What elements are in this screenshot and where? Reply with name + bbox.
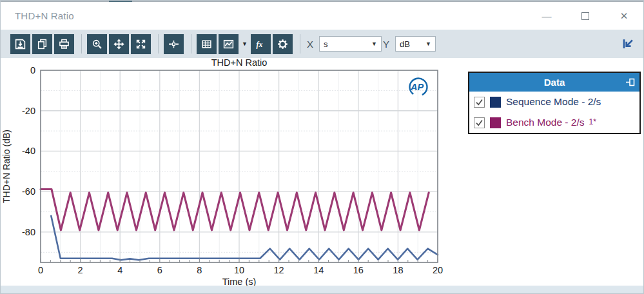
svg-text:12: 12 xyxy=(274,265,284,275)
legend-row-bench: Bench Mode - 2/s 1* xyxy=(469,112,639,133)
y-axis-label: Y xyxy=(383,39,389,50)
svg-text:6: 6 xyxy=(157,265,162,275)
legend-suffix: 1* xyxy=(589,117,596,126)
save-icon xyxy=(15,39,26,50)
bench-checkbox[interactable] xyxy=(474,117,485,128)
chevron-down-icon: ▼ xyxy=(425,41,431,47)
cursor-button[interactable] xyxy=(164,34,184,54)
copy-button[interactable] xyxy=(32,34,52,54)
toolbar-separator xyxy=(191,34,191,54)
fit-icon xyxy=(135,39,146,50)
graph-display-icon xyxy=(223,39,234,50)
legend-label[interactable]: Bench Mode - 2/s xyxy=(506,117,584,128)
pan-button[interactable] xyxy=(109,34,129,54)
chevron-down-icon: ▼ xyxy=(371,41,377,47)
maximize-icon xyxy=(581,12,589,20)
pan-icon xyxy=(113,39,124,50)
svg-text:-20: -20 xyxy=(22,106,35,116)
dock-button[interactable] xyxy=(621,37,634,50)
svg-text:AP: AP xyxy=(410,82,424,92)
toolbar-separator xyxy=(158,34,159,54)
sequence-color-swatch xyxy=(490,97,501,108)
copy-icon xyxy=(37,39,48,50)
plot-panel: 024681012141618200-20-40-60-80THD+N Rati… xyxy=(1,58,643,293)
svg-text:2: 2 xyxy=(78,265,83,275)
save-button[interactable] xyxy=(10,34,30,54)
function-icon: fx xyxy=(255,39,266,50)
checkmark-icon xyxy=(475,98,483,106)
svg-text:-40: -40 xyxy=(22,146,35,156)
x-axis-label: X xyxy=(307,39,313,50)
zoom-in-icon xyxy=(92,39,102,50)
sequence-checkbox[interactable] xyxy=(474,97,485,108)
bottom-strip xyxy=(1,286,643,293)
settings-button[interactable] xyxy=(273,34,293,54)
svg-text:fx: fx xyxy=(257,40,263,48)
window-title: THD+N Ratio xyxy=(15,10,74,21)
checkmark-icon xyxy=(475,119,483,127)
svg-text:20: 20 xyxy=(433,265,443,275)
minimize-button[interactable]: — xyxy=(527,2,566,30)
chart-plot[interactable]: 024681012141618200-20-40-60-80THD+N Rati… xyxy=(1,58,460,289)
cursor-crosshair-icon xyxy=(168,39,179,50)
dock-icon xyxy=(621,37,634,50)
minimize-icon: — xyxy=(542,10,552,21)
app-window: THD+N Ratio — ✕ xyxy=(0,0,644,294)
close-button[interactable]: ✕ xyxy=(605,2,643,30)
table-icon xyxy=(201,39,212,50)
pin-icon[interactable] xyxy=(625,77,636,87)
maximize-button[interactable] xyxy=(566,2,605,30)
legend-header[interactable]: Data xyxy=(469,73,639,92)
print-icon xyxy=(59,39,70,50)
svg-text:8: 8 xyxy=(197,265,202,275)
y-unit-select[interactable]: dB ▼ xyxy=(395,36,436,52)
graph-dropdown-arrow[interactable]: ▼ xyxy=(242,41,248,47)
table-button[interactable] xyxy=(197,34,217,54)
svg-text:10: 10 xyxy=(234,265,244,275)
svg-text:THD+N Ratio: THD+N Ratio xyxy=(211,58,268,68)
toolbar-separator xyxy=(81,34,82,54)
x-unit-value: s xyxy=(324,39,328,49)
legend-title: Data xyxy=(544,77,565,88)
legend-label[interactable]: Sequence Mode - 2/s xyxy=(506,96,601,108)
y-unit-value: dB xyxy=(400,39,410,49)
svg-text:16: 16 xyxy=(353,265,364,275)
svg-text:4: 4 xyxy=(117,265,122,275)
settings-gear-icon xyxy=(277,39,288,50)
function-button[interactable]: fx xyxy=(251,34,271,54)
svg-text:0: 0 xyxy=(38,265,43,275)
close-icon: ✕ xyxy=(620,10,629,22)
svg-text:18: 18 xyxy=(393,265,403,275)
x-unit-select[interactable]: s ▼ xyxy=(319,36,382,52)
toolbar: ▼ fx X s ▼ Y dB ▼ xyxy=(1,30,643,58)
svg-text:-80: -80 xyxy=(22,227,35,237)
svg-text:THD+N Ratio (dB): THD+N Ratio (dB) xyxy=(1,130,12,203)
svg-text:14: 14 xyxy=(313,265,324,275)
svg-text:0: 0 xyxy=(30,65,35,75)
titlebar[interactable]: THD+N Ratio — ✕ xyxy=(1,2,643,30)
graph-display-button[interactable] xyxy=(219,34,239,54)
window-controls: — ✕ xyxy=(527,2,643,30)
legend-row-sequence: Sequence Mode - 2/s xyxy=(469,92,639,112)
zoom-button[interactable] xyxy=(87,34,107,54)
bench-color-swatch xyxy=(490,117,501,128)
print-button[interactable] xyxy=(54,34,74,54)
svg-text:-60: -60 xyxy=(22,186,35,197)
toolbar-separator xyxy=(300,34,300,54)
data-legend: Data Sequence Mode - 2/s xyxy=(468,72,641,134)
fit-button[interactable] xyxy=(131,34,151,54)
